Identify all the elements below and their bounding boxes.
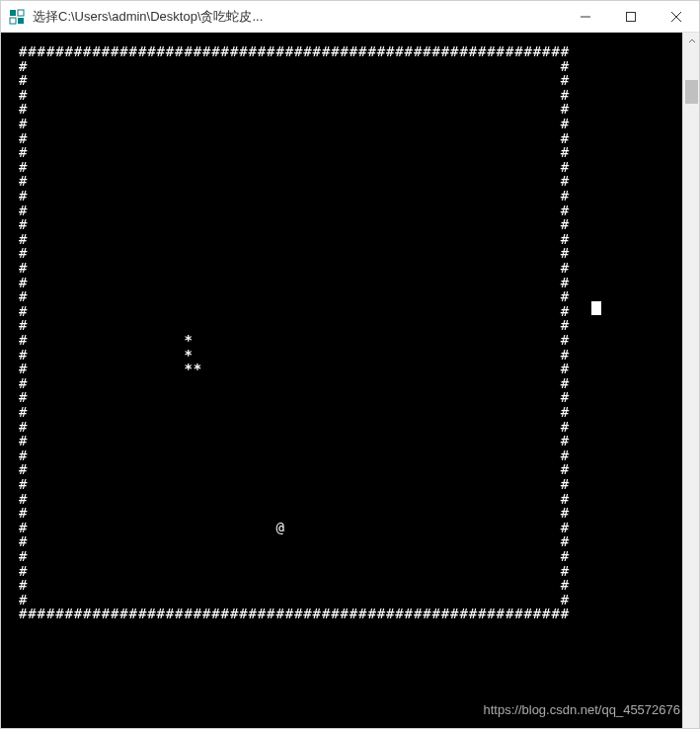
wall-char: # [331,44,339,58]
wall-char: # [533,44,541,58]
wall-char: # [19,607,27,620]
wall-char: # [239,607,247,620]
wall-char: # [19,477,27,491]
wall-char: # [239,44,247,58]
wall-char: # [138,44,146,58]
wall-char: # [267,44,274,58]
wall-char: # [358,44,366,58]
wall-char: # [497,44,505,58]
wall-char: # [367,607,375,620]
wall-char: # [275,607,283,620]
close-button[interactable] [654,1,699,33]
wall-char: # [285,607,293,620]
wall-char: # [341,607,349,620]
wall-char: # [19,117,27,130]
titlebar[interactable]: 选择C:\Users\admin\Desktop\贪吃蛇皮... [1,1,699,33]
wall-char: # [19,405,27,419]
wall-char: # [19,348,27,362]
wall-char: # [561,578,569,592]
client-area: ########################################… [1,33,699,728]
wall-char: # [175,607,183,620]
wall-char: # [303,607,311,620]
wall-char: # [275,44,283,58]
wall-char: # [561,434,569,447]
wall-char: # [322,607,330,620]
wall-char: # [147,44,155,58]
wall-char: # [395,607,403,620]
minimize-button[interactable] [563,1,608,33]
wall-char: # [65,44,73,58]
wall-char: # [405,607,413,620]
wall-char: # [478,44,486,58]
wall-char: # [19,376,27,390]
wall-char: # [561,405,569,419]
wall-char: # [19,333,27,347]
wall-char: # [157,607,165,620]
wall-char: # [184,44,192,58]
wall-char: # [561,203,569,217]
wall-char: # [285,44,293,58]
window-title: 选择C:\Users\admin\Desktop\贪吃蛇皮... [33,8,563,26]
wall-char: # [423,44,430,58]
wall-char: # [19,246,27,260]
wall-char: # [92,44,100,58]
wall-char: # [211,607,219,620]
wall-char: # [561,44,569,58]
wall-char: # [561,564,569,578]
wall-char: # [350,44,357,58]
wall-char: # [38,44,45,58]
food: @ [275,521,283,534]
wall-char: # [157,44,165,58]
wall-char: # [55,607,63,620]
window: 选择C:\Users\admin\Desktop\贪吃蛇皮... #######… [0,0,700,729]
wall-char: # [514,44,522,58]
wall-char: # [561,376,569,390]
wall-char: # [561,318,569,332]
snake-segment: * [184,348,192,362]
wall-char: # [561,59,569,73]
wall-char: # [561,420,569,434]
wall-char: # [350,607,357,620]
wall-char: # [561,217,569,231]
wall-char: # [395,44,403,58]
wall-char: # [19,534,27,548]
wall-char: # [19,88,27,102]
wall-char: # [561,276,569,289]
wall-char: # [561,160,569,174]
wall-char: # [561,117,569,130]
wall-char: # [83,44,91,58]
wall-char: # [561,333,569,347]
wall-char: # [561,549,569,563]
wall-char: # [19,506,27,520]
wall-char: # [19,549,27,563]
console-area[interactable]: ########################################… [1,33,682,728]
wall-char: # [19,578,27,592]
wall-char: # [514,607,522,620]
maximize-button[interactable] [608,1,654,33]
wall-char: # [469,44,477,58]
wall-char: # [561,390,569,404]
wall-char: # [19,593,27,607]
vertical-scrollbar[interactable] [682,33,699,728]
wall-char: # [542,44,550,58]
wall-char: # [450,607,458,620]
wall-char: # [561,73,569,87]
wall-char: # [221,607,229,620]
wall-char: # [19,261,27,275]
wall-char: # [19,492,27,506]
scroll-up-button[interactable] [683,33,700,49]
app-icon [9,9,25,25]
wall-char: # [405,44,413,58]
wall-char: # [19,73,27,87]
wall-char: # [202,44,210,58]
wall-char: # [28,607,36,620]
wall-char: # [19,217,27,231]
wall-char: # [102,44,110,58]
wall-char: # [249,44,257,58]
wall-char: # [478,607,486,620]
wall-char: # [267,607,274,620]
wall-char: # [561,246,569,260]
wall-char: # [19,145,27,159]
wall-char: # [561,521,569,534]
scroll-thumb[interactable] [685,80,698,104]
